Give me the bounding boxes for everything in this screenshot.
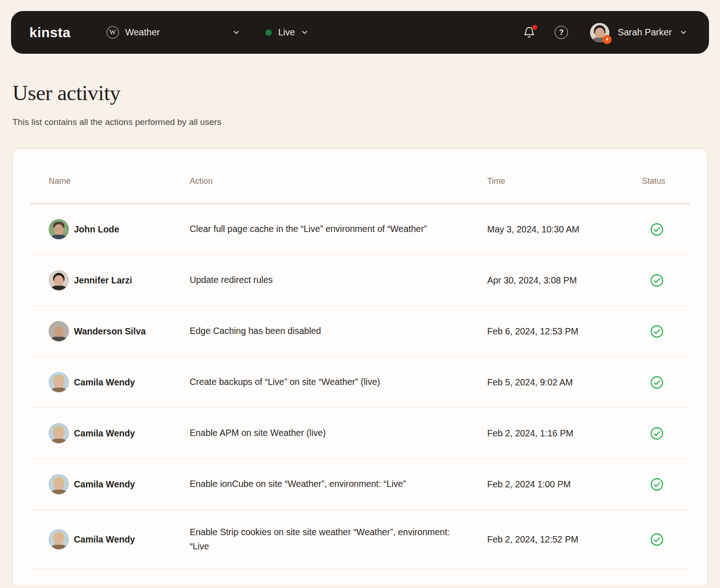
name-cell: Camila Wendy <box>30 529 190 549</box>
check-circle-icon <box>650 426 664 441</box>
environment-label: Live <box>278 27 295 38</box>
status-cell <box>642 273 690 288</box>
time-cell: Feb 2, 2024, 12:52 PM <box>487 534 642 545</box>
status-cell <box>642 477 690 492</box>
check-circle-icon <box>650 532 664 547</box>
notification-badge <box>532 25 537 30</box>
table-row: Jennifer Larzi Update redirect rules Apr… <box>30 255 690 306</box>
page-subtitle: This list contains all the actions perfo… <box>12 117 708 127</box>
table-row: Camila Wendy Create backups of “Live” on… <box>30 357 690 408</box>
table-row: Camila Wendy Enable Strip cookies on sit… <box>30 510 690 569</box>
table-row: Wanderson Silva Edge Caching has been di… <box>30 306 690 357</box>
page-title: User activity <box>12 80 708 105</box>
column-header-time: Time <box>487 176 642 186</box>
table-row: Camila Wendy Enable ionCube on site “Wea… <box>30 459 690 510</box>
user-avatar <box>49 423 69 443</box>
user-avatar <box>49 372 69 392</box>
help-button[interactable] <box>555 26 568 39</box>
status-cell <box>642 324 690 339</box>
navbar-right-group: Sarah Parker <box>523 23 687 42</box>
check-circle-icon <box>650 222 664 237</box>
status-cell <box>642 532 690 547</box>
table-header-row: Name Action Time Status <box>30 149 690 204</box>
time-cell: Feb 6, 2024, 12:53 PM <box>487 326 642 337</box>
time-cell: Feb 2, 2024 1:00 PM <box>487 479 642 490</box>
site-selector-label: Weather <box>125 27 160 38</box>
activity-card: Name Action Time Status John Lode Clear … <box>12 148 708 585</box>
user-menu[interactable]: Sarah Parker <box>590 23 687 42</box>
person-name: Camila Wendy <box>74 479 135 490</box>
user-name: Sarah Parker <box>618 27 672 38</box>
person-name: Wanderson Silva <box>74 326 146 337</box>
chevron-down-icon <box>233 29 240 36</box>
chevron-down-icon <box>680 29 687 36</box>
help-icon <box>555 26 568 39</box>
person-name: Camila Wendy <box>74 377 135 388</box>
wordpress-icon <box>107 26 119 39</box>
check-circle-icon <box>650 477 664 492</box>
action-cell: Update redirect rules <box>190 273 487 287</box>
status-cell <box>642 426 690 441</box>
time-cell: May 3, 2024, 10:30 AM <box>487 224 642 235</box>
time-cell: Feb 5, 2024, 9:02 AM <box>487 377 642 388</box>
action-cell: Clear full page cache in the “Live” envi… <box>190 222 487 236</box>
person-name: John Lode <box>74 224 119 235</box>
action-cell: Enable Strip cookies on site site weathe… <box>190 525 487 554</box>
live-status-dot <box>265 29 272 36</box>
person-name: Jennifer Larzi <box>74 275 132 286</box>
table-body: John Lode Clear full page cache in the “… <box>30 204 690 569</box>
person-name: Camila Wendy <box>74 428 135 439</box>
check-circle-icon <box>650 375 664 390</box>
user-avatar <box>49 321 69 341</box>
name-cell: John Lode <box>30 219 190 239</box>
name-cell: Camila Wendy <box>30 474 190 494</box>
name-cell: Camila Wendy <box>30 423 190 443</box>
lightning-bolt-icon <box>602 35 612 44</box>
top-navbar: kinsta Weather Live <box>11 11 709 54</box>
user-avatar <box>590 23 609 42</box>
check-circle-icon <box>650 273 664 288</box>
user-avatar <box>49 219 69 239</box>
action-cell: Enable ionCube on site “Weather”, enviro… <box>190 477 487 491</box>
notifications-button[interactable] <box>523 26 535 39</box>
time-cell: Apr 30, 2024, 3:08 PM <box>487 275 642 286</box>
kinsta-logo[interactable]: kinsta <box>29 25 71 40</box>
column-header-name: Name <box>30 176 190 186</box>
page-header: User activity This list contains all the… <box>0 54 720 127</box>
table-row: Camila Wendy Enable APM on site Weather … <box>30 408 690 459</box>
status-cell <box>642 375 690 390</box>
status-cell <box>642 222 690 237</box>
person-name: Camila Wendy <box>74 534 135 545</box>
column-header-status: Status <box>642 176 690 186</box>
user-avatar <box>49 474 69 494</box>
environment-selector[interactable]: Live <box>265 27 309 38</box>
action-cell: Enable APM on site Weather (live) <box>190 426 487 440</box>
user-avatar <box>49 270 69 290</box>
time-cell: Feb 2, 2024, 1:16 PM <box>487 428 642 439</box>
column-header-action: Action <box>190 176 487 186</box>
name-cell: Camila Wendy <box>30 372 190 392</box>
site-selector[interactable]: Weather <box>107 26 240 39</box>
user-avatar <box>49 529 69 549</box>
chevron-down-icon <box>301 29 308 36</box>
name-cell: Wanderson Silva <box>30 321 190 341</box>
action-cell: Create backups of “Live” on site “Weathe… <box>190 375 487 389</box>
action-cell: Edge Caching has been disabled <box>190 324 487 338</box>
check-circle-icon <box>650 324 664 339</box>
table-row: John Lode Clear full page cache in the “… <box>30 204 690 255</box>
name-cell: Jennifer Larzi <box>30 270 190 290</box>
